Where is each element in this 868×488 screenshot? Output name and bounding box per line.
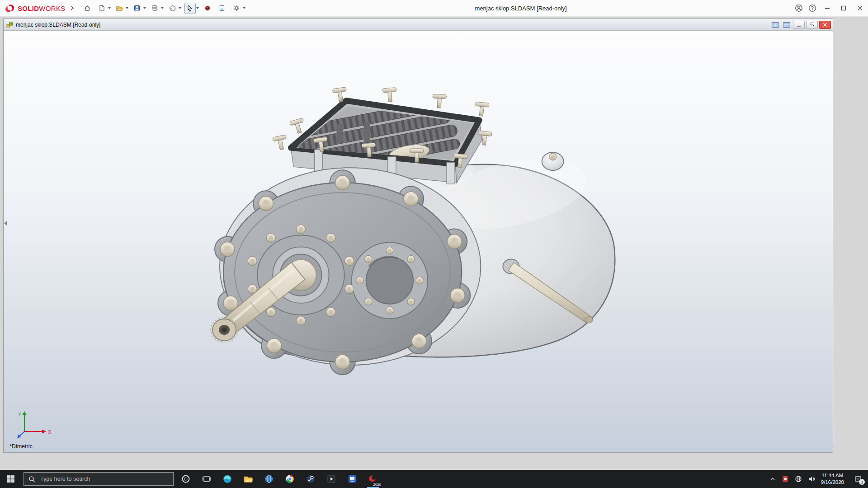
tile-horizontal-button[interactable]: [782, 21, 792, 29]
taskbar-search[interactable]: [24, 472, 174, 486]
document-window: menjac sklop.SLDASM [Read-only]: [3, 19, 833, 453]
resource-monitor-icon: [782, 475, 789, 483]
network-tray-button[interactable]: [795, 475, 802, 483]
app-title: menjac sklop.SLDASM [Read-only]: [475, 0, 566, 17]
taskbar-file-explorer-button[interactable]: [238, 470, 259, 488]
x-axis-arrow: [42, 430, 46, 434]
screen: SOLIDWORKS: [0, 0, 868, 488]
help-icon: [808, 4, 816, 12]
titlebar-right: [792, 0, 868, 17]
resource-monitor-tray-button[interactable]: [782, 475, 789, 483]
taskbar-steam-button[interactable]: [300, 470, 321, 488]
print-dropdown-caret[interactable]: [161, 7, 164, 9]
document-titlebar[interactable]: menjac sklop.SLDASM [Read-only]: [4, 19, 833, 31]
edge-icon: [222, 474, 232, 484]
task-view-icon: [202, 474, 212, 484]
doc-close-button[interactable]: [819, 21, 831, 29]
options-button[interactable]: [231, 3, 242, 14]
app-minimize-button[interactable]: [819, 0, 835, 17]
account-button[interactable]: [792, 0, 806, 17]
doc-restore-button[interactable]: [806, 21, 818, 29]
select-cursor-icon: [186, 5, 193, 12]
taskbar-task-view-button[interactable]: [196, 470, 217, 488]
tile-vertical-icon: [772, 22, 779, 28]
taskbar-clock[interactable]: 11:44 AM 9/16/2020: [821, 472, 844, 486]
doc-minimize-icon: [797, 23, 801, 27]
gearbox-3d-model[interactable]: [4, 31, 833, 452]
chrome-browser-icon: [285, 474, 295, 484]
action-center-button[interactable]: 3: [850, 470, 866, 488]
z-axis: [19, 432, 24, 436]
taskbar-cortana-button[interactable]: [175, 470, 196, 488]
network-globe-icon: [795, 475, 802, 483]
undo-dropdown-caret[interactable]: [179, 7, 181, 9]
minimize-icon: [825, 5, 830, 11]
home-icon: [84, 5, 91, 12]
new-document-icon: [98, 5, 105, 12]
app-titlebar: SOLIDWORKS: [0, 0, 868, 17]
select-tool-button[interactable]: [184, 3, 196, 14]
new-document-dropdown-caret[interactable]: [108, 7, 111, 9]
tile-vertical-button[interactable]: [770, 21, 780, 29]
home-button[interactable]: [82, 3, 93, 14]
secondary-bearing-cover: [352, 243, 428, 319]
taskbar-movies-tv-button[interactable]: [342, 470, 363, 488]
document-title: menjac sklop.SLDASM [Read-only]: [16, 22, 100, 28]
gear-icon: [233, 5, 240, 12]
collapse-arrow-icon: [4, 221, 7, 225]
volume-tray-button[interactable]: [808, 475, 815, 483]
options-dropdown-caret[interactable]: [243, 7, 245, 9]
windows-logo-icon: [7, 475, 15, 483]
open-dropdown-caret[interactable]: [126, 7, 128, 9]
undo-icon: [169, 5, 176, 12]
new-document-button[interactable]: [96, 3, 108, 14]
steam-icon: [306, 474, 316, 484]
taskbar-chrome-button[interactable]: [279, 470, 300, 488]
help-button[interactable]: [806, 0, 819, 17]
toolbar-expand-arrow-icon[interactable]: [70, 5, 75, 11]
top-opening: [273, 87, 492, 184]
open-button[interactable]: [114, 3, 125, 14]
open-folder-icon: [116, 5, 123, 12]
taskbar-solidworks-button[interactable]: 2020: [363, 470, 383, 488]
view-orientation-label: *Dimetric: [9, 443, 33, 450]
app-close-button[interactable]: [852, 0, 868, 17]
start-button[interactable]: [0, 470, 22, 488]
clock-time: 11:44 AM: [821, 472, 844, 479]
close-icon: [857, 5, 863, 11]
feature-panel-collapse-tab[interactable]: [4, 216, 9, 230]
doc-close-icon: [823, 23, 827, 27]
save-button[interactable]: [132, 3, 143, 14]
search-icon: [28, 476, 35, 483]
taskbar-media-player-button[interactable]: [321, 470, 342, 488]
maximize-icon: [841, 5, 846, 11]
file-properties-button[interactable]: [217, 3, 228, 14]
taskbar-globe-browser-button[interactable]: [259, 470, 279, 488]
y-axis-label: Y: [18, 412, 22, 417]
file-properties-icon: [218, 5, 226, 12]
search-input[interactable]: [39, 475, 169, 483]
select-dropdown-caret[interactable]: [196, 7, 199, 9]
viewport-3d[interactable]: Y X *Dimetric: [4, 31, 833, 452]
solidworks-brand: SOLIDWORKS: [5, 4, 66, 13]
clock-date: 9/16/2020: [821, 479, 844, 486]
undo-button[interactable]: [167, 3, 178, 14]
file-explorer-icon: [243, 474, 253, 484]
doc-minimize-button[interactable]: [793, 21, 805, 29]
taskbar-edge-button[interactable]: [217, 470, 238, 488]
doc-restore-icon: [809, 22, 815, 28]
solidworks-year-badge: 2020: [373, 483, 381, 487]
hidden-icons-button[interactable]: [769, 476, 776, 482]
app-maximize-button[interactable]: [835, 0, 852, 17]
print-icon: [151, 5, 158, 12]
chevron-up-icon: [769, 476, 776, 482]
x-axis-label: X: [48, 429, 52, 435]
red-sphere-icon: [204, 5, 211, 12]
document-window-controls: [770, 21, 831, 29]
user-account-icon: [795, 4, 803, 12]
print-button[interactable]: [149, 3, 160, 14]
save-dropdown-caret[interactable]: [143, 7, 146, 9]
orientation-triad: Y X: [14, 408, 56, 441]
rebuild-sphere-button[interactable]: [202, 3, 213, 14]
cortana-icon: [181, 474, 191, 484]
